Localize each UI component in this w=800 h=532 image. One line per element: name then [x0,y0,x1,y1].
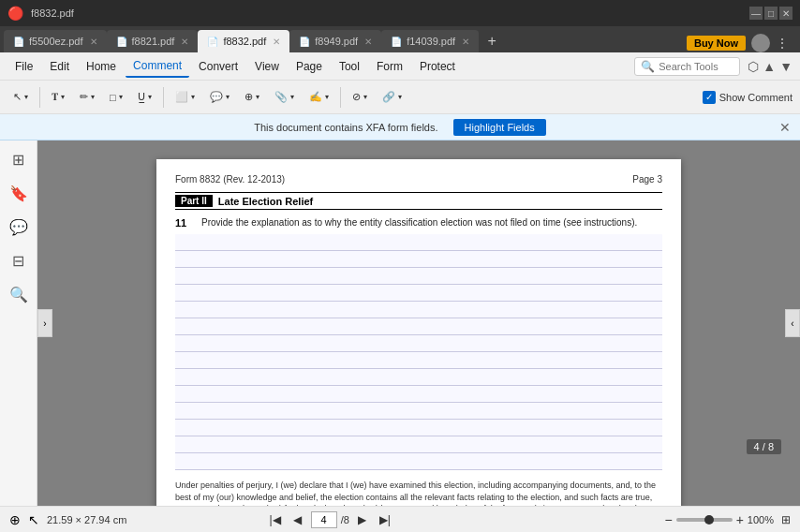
more-menu-button[interactable]: ⋮ [776,36,789,51]
menu-tool[interactable]: Tool [332,56,367,77]
text-select-btn[interactable]: 𝐓 ▾ [46,89,70,105]
toolbar-separator [340,87,341,108]
menu-file[interactable]: File [7,56,40,77]
text-line[interactable] [175,352,662,369]
show-comment-checkbox[interactable]: ✓ [703,91,716,104]
buy-now-area: Buy Now ⋮ [687,34,796,52]
callout-icon: 💬 [210,91,223,103]
search-panel-icon[interactable]: 🔍 [7,283,30,305]
callout-btn[interactable]: 💬 ▾ [204,89,235,105]
text-line[interactable] [175,234,662,251]
tab-icon: 📄 [391,37,402,47]
tab-f8949[interactable]: 📄 f8949.pdf ✕ [289,30,381,52]
menu-form[interactable]: Form [369,56,410,77]
zoom-slider[interactable] [676,518,733,522]
menu-home[interactable]: Home [79,56,124,77]
text-line[interactable] [175,403,662,420]
tab-close-btn[interactable]: ✕ [273,37,280,47]
tab-f8832[interactable]: 📄 f8832.pdf ✕ [198,30,289,52]
prev-page-button[interactable]: ◀ [289,510,307,529]
part-label: Part II [175,195,213,207]
shapes-btn[interactable]: □ ▾ [104,90,128,105]
tab-label: f5500ez.pdf [29,36,83,47]
bookmarks-panel-icon[interactable]: 🔖 [7,182,30,204]
text-line[interactable] [175,318,662,335]
underline-icon: U̲ [138,91,145,103]
attach-btn[interactable]: 📎 ▾ [269,89,300,105]
form-number: Form 8832 (Rev. 12-2013) [175,174,285,185]
select-mode-icon[interactable]: ↖ [28,512,39,527]
tab-close-btn[interactable]: ✕ [181,37,188,47]
tab-close-btn[interactable]: ✕ [90,37,97,47]
text-line[interactable] [175,453,662,470]
search-icon: 🔍 [641,60,655,73]
comments-panel-icon[interactable]: 💬 [7,215,30,238]
fit-page-button[interactable]: ⊞ [781,513,791,526]
arrow-up-icon: ▲ [763,59,776,74]
signature-btn[interactable]: ✍ ▾ [304,89,334,105]
text-line[interactable] [175,268,662,285]
buy-now-button[interactable]: Buy Now [687,36,746,51]
page-number-input[interactable] [311,511,337,528]
underline-btn[interactable]: U̲ ▾ [132,89,157,105]
close-button[interactable]: ✕ [779,7,793,20]
cursor-tool-btn[interactable]: ↖ ▾ [7,89,34,105]
link-icon: 🔗 [382,91,395,103]
link-btn[interactable]: 🔗 ▾ [377,89,407,105]
text-line[interactable] [175,386,662,403]
right-panel-collapse-button[interactable]: ‹ [785,309,800,337]
avatar [751,34,770,52]
menu-convert[interactable]: Convert [191,56,245,77]
text-line[interactable] [175,369,662,386]
menu-protect[interactable]: Protect [412,56,463,77]
highlight-btn[interactable]: ✏ ▾ [74,89,100,105]
text-line[interactable] [175,251,662,268]
text-box-btn[interactable]: ⬜ ▾ [170,89,200,105]
attach-icon: 📎 [274,91,288,103]
tab-f14039[interactable]: 📄 f14039.pdf ✕ [381,30,479,52]
tab-close-btn[interactable]: ✕ [364,37,372,47]
zoom-in-button[interactable]: + [736,512,744,527]
next-page-button[interactable]: ▶ [353,510,372,529]
tab-close-btn[interactable]: ✕ [462,37,469,47]
dropdown-icon: ▾ [363,93,367,101]
tab-f5500ez[interactable]: 📄 f5500ez.pdf ✕ [4,30,107,52]
dropdown-icon: ▾ [290,93,294,101]
dropdown-icon: ▾ [61,93,65,101]
erase-btn[interactable]: ⊘ ▾ [347,89,373,105]
first-page-button[interactable]: |◀ [266,510,285,529]
menu-view[interactable]: View [247,56,287,77]
text-line[interactable] [175,436,662,453]
maximize-button[interactable]: □ [764,7,778,20]
pdf-viewer: Form 8832 (Rev. 12-2013) Page 3 Part II … [37,140,800,506]
text-line[interactable] [175,420,662,436]
stamp-btn[interactable]: ⊕ ▾ [239,89,265,105]
last-page-button[interactable]: ▶| [376,510,394,529]
dropdown-icon: ▾ [256,93,259,101]
text-line[interactable] [175,302,662,318]
dropdown-icon: ▾ [91,93,95,101]
pages-panel-icon[interactable]: ⊞ [7,148,30,170]
dropdown-icon: ▾ [148,93,152,101]
xfa-close-button[interactable]: ✕ [779,120,791,135]
menu-page[interactable]: Page [289,56,330,77]
question-number: 11 [175,217,194,229]
text-line[interactable] [175,285,662,302]
bottom-bar: ⊕ ↖ 21.59 × 27.94 cm |◀ ◀ /8 ▶ ▶| − + 10… [0,506,800,532]
text-line[interactable] [175,335,662,352]
page-navigation: |◀ ◀ /8 ▶ ▶| [266,510,394,529]
highlight-fields-button[interactable]: Highlight Fields [453,119,546,136]
cursor-mode-icon[interactable]: ⊕ [9,512,21,527]
tab-label: f14039.pdf [407,36,455,47]
menu-comment[interactable]: Comment [126,55,189,78]
window-controls: — □ ✕ [749,7,793,20]
add-tab-button[interactable]: + [481,30,503,52]
erase-icon: ⊘ [352,91,361,103]
layers-panel-icon[interactable]: ⊟ [7,249,30,272]
tab-f8821[interactable]: 📄 f8821.pdf ✕ [107,30,199,52]
left-panel-collapse-button[interactable]: › [37,309,52,337]
minimize-button[interactable]: — [749,7,763,20]
search-input[interactable] [659,61,733,72]
menu-edit[interactable]: Edit [42,56,77,77]
zoom-out-button[interactable]: − [664,512,672,527]
